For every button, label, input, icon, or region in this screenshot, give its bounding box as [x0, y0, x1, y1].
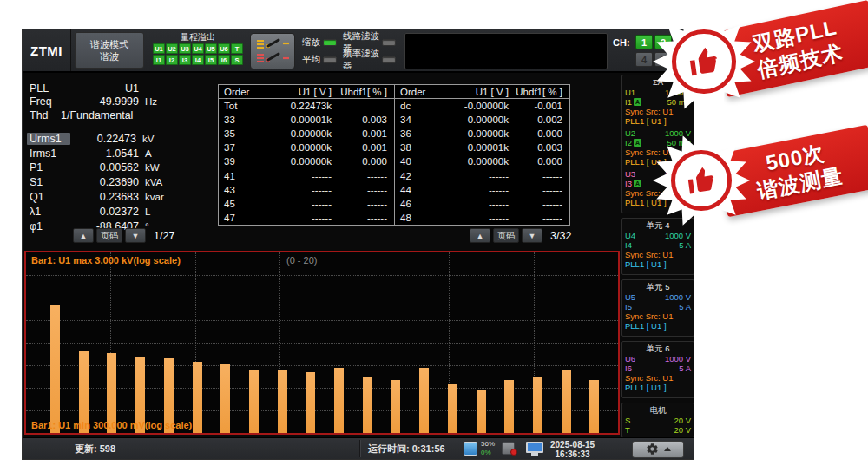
table-cell: 41: [219, 171, 262, 181]
table-cell: -0.001: [516, 101, 569, 111]
range-indicator-i3: I3: [179, 55, 191, 65]
table-cell: 34: [394, 113, 439, 127]
screenshot-stage: ZTMI 谐波模式 谐波 量程溢出 U1U2U3U4U5U6T I1I2I3I4…: [0, 0, 868, 472]
table-cell: 0.00000k: [439, 128, 516, 139]
mode-tab-line2: 谐波: [100, 50, 119, 62]
range-indicator-u4: U4: [192, 43, 204, 54]
storage-icon: [464, 442, 477, 456]
sidebar-block-title: 电机: [625, 405, 691, 416]
table-cell: 48: [394, 211, 439, 225]
settings-arrow-icon: [664, 447, 671, 451]
table-cell: 0.002: [516, 115, 569, 125]
table-cell: 0.00000k: [262, 128, 339, 139]
page-down-button[interactable]: ▼: [125, 228, 146, 243]
toggle-label[interactable]: 缩放: [302, 36, 320, 49]
table-cell: ------: [439, 171, 516, 181]
channel-button-1[interactable]: 1: [635, 35, 653, 49]
harmonic-bar-order-11: [334, 368, 344, 433]
table-cell: 38: [394, 141, 439, 154]
sidebar-block: 单元 5U51000 VI55 ASync Src: U1PLL1 [ U1 ]: [621, 279, 694, 337]
thumbs-up-icon: [686, 43, 723, 81]
motor-line: S20 V: [625, 416, 691, 425]
measurement-unit: Hz: [145, 96, 157, 107]
starburst-shape: [653, 132, 750, 229]
range-indicator-u3: U3: [179, 43, 191, 54]
harmonic-bar-order-16: [477, 390, 486, 433]
range-indicator-u1: U1: [153, 43, 165, 54]
table-cell: -0.00000k: [439, 101, 516, 111]
sidebar-block: 电机S20 VT20 V: [621, 403, 694, 438]
gear-icon: [646, 442, 659, 456]
table-cell: ------: [339, 199, 394, 209]
table-cell: 0.00000k: [262, 142, 339, 153]
range-overflow-row-voltage: U1U2U3U4U5U6T: [153, 43, 243, 54]
harmonic-bar-chart: Bar1: U1 max 3.000 kV(log scale) (0 - 20…: [24, 251, 620, 435]
table-header-cell: Uhdf1[ % ]: [516, 87, 569, 97]
table-header-cell: Uhdf1[ % ]: [339, 87, 394, 97]
measurement-row: PLLU1: [30, 82, 207, 95]
range-indicator-t: T: [231, 43, 243, 54]
measurement-row: Thd1/Fundamental: [30, 108, 207, 122]
measurement-row: Irms11.0541A: [30, 146, 207, 161]
storage-percent: 56% 0%: [481, 440, 495, 457]
measurement-unit: kVA: [145, 177, 162, 187]
measurement-unit: L: [145, 206, 150, 217]
table-header-cell: Order: [219, 87, 262, 97]
harmonic-bar-order-15: [448, 384, 457, 433]
table-cell: 0.000: [516, 156, 569, 167]
measurement-row: P10.00562kW: [30, 161, 207, 175]
table-header-cell: U1 [ V ]: [439, 87, 516, 97]
gridline-horizontal: [26, 298, 618, 298]
chart-title-bottom: Bar1: U1 min 300.000 mV(log scale): [31, 420, 192, 430]
table-cell: ------: [439, 199, 516, 209]
table-page-down-button[interactable]: ▼: [522, 228, 542, 243]
range-indicator-u2: U2: [166, 43, 178, 54]
measurement-value: 1.0541: [73, 148, 139, 160]
harmonic-bar-order-18: [533, 377, 542, 433]
table-cell: 42: [394, 168, 439, 182]
sidebar-block: 单元 6U61000 VI65 ASync Src: U1PLL1 [ U1 ]: [621, 341, 694, 398]
table-cell: ------: [516, 199, 569, 209]
storage-percent-top: 56%: [481, 440, 495, 449]
table-cell: 0.00001k: [262, 115, 339, 125]
table-page-up-button[interactable]: ▲: [470, 228, 490, 243]
mode-tab[interactable]: 谐波模式 谐波: [75, 32, 144, 69]
harmonic-bar-order-9: [278, 370, 287, 433]
measurement-row: S10.23690kVA: [30, 175, 207, 190]
chart-title-top: Bar1: U1 max 3.000 kV(log scale): [31, 255, 181, 266]
harmonic-bar-order-14: [419, 368, 429, 433]
measurement-unit: A: [145, 148, 152, 159]
sidebar-unit: U41000 VI45 ASync Src: U1PLL1 [ U1 ]: [625, 231, 691, 269]
table-cell: ------: [262, 185, 339, 195]
sidebar-unit: U11000 VI1A50 mVSync Src: U1PLL1 [ U1 ]: [625, 88, 691, 126]
unit-voltage-line: U21000 V: [625, 128, 691, 138]
toggle-label[interactable]: 频率滤波器: [343, 48, 379, 72]
table-cell: ------: [339, 171, 394, 181]
table-cell: 37: [219, 142, 262, 153]
range-overflow-panel: 量程溢出 U1U2U3U4U5U6T I1I2I3I4I5I6S: [149, 31, 247, 71]
unit-sync-line: Sync Src: U1: [625, 250, 691, 259]
table-row: 370.00000k0.001380.00001k0.003: [219, 141, 569, 154]
toggle-indicator: [382, 56, 396, 63]
thumbs-up-icon: [684, 163, 720, 199]
harmonic-bar-order-19: [562, 370, 571, 433]
storage-percent-bottom: 0%: [481, 449, 495, 457]
toggle-label[interactable]: 平均: [302, 54, 320, 66]
table-cell: 0.00001k: [439, 142, 516, 153]
unit-sync-line: Sync Src: U1: [625, 107, 691, 116]
harmonic-bar-order-1: [50, 305, 60, 433]
promo-ribbon: 500次 谐波测量: [716, 125, 868, 218]
unit-voltage-line: U61000 V: [625, 354, 691, 364]
settings-button[interactable]: [632, 441, 684, 458]
measurement-label: PLL: [30, 82, 73, 95]
wiring-switch-button[interactable]: [250, 33, 295, 69]
channel-button-4[interactable]: 4: [635, 52, 653, 67]
measurement-label[interactable]: Urms1: [27, 133, 70, 145]
table-cell: ------: [339, 213, 394, 223]
table-header-cell: Order: [394, 85, 439, 98]
page-up-button[interactable]: ▲: [73, 228, 94, 243]
measurement-row[interactable]: Urms10.22473kV: [30, 132, 207, 147]
table-cell: 0.000: [339, 156, 394, 167]
measurement-label: φ1: [30, 220, 73, 233]
table-header-cell: U1 [ V ]: [262, 87, 339, 97]
